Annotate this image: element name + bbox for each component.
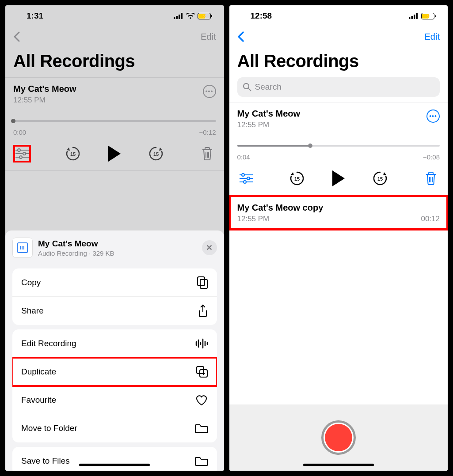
status-icons: ⚡ [409, 13, 434, 19]
search-input[interactable]: Search [237, 77, 440, 97]
svg-point-7 [23, 152, 26, 155]
phone-left: 1:31 ⚡ Edit All Recordings My Cat's Meow… [5, 5, 224, 471]
options-button[interactable] [13, 145, 31, 162]
play-button[interactable] [106, 145, 123, 162]
scrubber[interactable] [13, 117, 216, 125]
sheet-item-label: Edit Recording [21, 339, 76, 348]
cellular-icon [409, 13, 419, 19]
share-sheet: My Cat's Meow Audio Recording · 329 KB ✕… [5, 230, 224, 471]
record-button[interactable] [321, 420, 356, 455]
svg-rect-23 [409, 17, 411, 19]
svg-rect-1 [176, 16, 178, 19]
battery-icon: ⚡ [198, 13, 211, 19]
sheet-item-label: Favourite [21, 395, 56, 405]
sheet-item-label: Share [21, 306, 44, 316]
sheet-close-button[interactable]: ✕ [202, 240, 217, 255]
status-bar: 12:58 ⚡ [229, 5, 448, 26]
battery-icon: ⚡ [421, 13, 434, 19]
svg-point-34 [244, 181, 246, 183]
status-time: 1:31 [27, 11, 43, 21]
share-icon [198, 304, 208, 317]
recording-time: 12:55 PM [13, 96, 216, 105]
sheet-item-duplicate[interactable]: Duplicate [12, 358, 217, 386]
play-button[interactable] [330, 170, 347, 187]
skip-forward-15-button[interactable]: 15 [371, 170, 389, 187]
svg-point-5 [18, 149, 20, 151]
back-button[interactable] [13, 31, 20, 42]
more-button[interactable]: ••• [426, 110, 440, 123]
svg-rect-24 [411, 16, 413, 19]
sheet-item-label: Save to Files [21, 456, 70, 466]
recording-copy-duration: 00:12 [421, 215, 440, 223]
recording-title: My Cat's Meow [13, 84, 216, 94]
skip-back-15-button[interactable]: 15 [64, 145, 82, 162]
search-icon [243, 83, 251, 91]
svg-line-28 [248, 88, 251, 91]
cellular-icon [174, 13, 183, 19]
scrub-end: −0:12 [199, 128, 216, 136]
svg-rect-26 [416, 13, 418, 19]
edit-button[interactable]: Edit [201, 32, 216, 42]
sheet-item-save-to-files[interactable]: Save to Files [12, 447, 217, 471]
options-button[interactable] [237, 170, 255, 187]
trash-icon [201, 147, 213, 161]
record-area [229, 404, 448, 471]
recording-title: My Cat's Meow [237, 109, 440, 119]
heart-icon [195, 394, 208, 406]
copy-icon [197, 276, 208, 289]
playback-controls: 15 15 [5, 136, 224, 170]
sheet-title: My Cat's Meow [38, 239, 197, 249]
page-title: All Recordings [229, 47, 448, 77]
back-button[interactable] [237, 31, 244, 42]
delete-button[interactable] [198, 145, 216, 162]
phone-right: 12:58 ⚡ Edit All Recordings Search My Ca… [229, 5, 448, 471]
recording-time: 12:55 PM [237, 121, 440, 129]
sheet-header: My Cat's Meow Audio Recording · 329 KB ✕ [5, 236, 224, 264]
skip-back-15-button[interactable]: 15 [288, 170, 306, 187]
edit-button[interactable]: Edit [425, 32, 440, 42]
home-indicator[interactable] [79, 464, 150, 466]
nav-bar: Edit [5, 26, 224, 47]
sheet-item-copy[interactable]: Copy [12, 268, 217, 297]
svg-point-30 [242, 174, 244, 176]
sheet-group-2: Edit Recording Duplicate Favourite Move … [12, 329, 217, 442]
playback-controls: 15 15 [229, 161, 448, 195]
folder-icon [195, 456, 208, 466]
sheet-item-favourite[interactable]: Favourite [12, 386, 217, 414]
recording-copy-row[interactable]: My Cat's Meow copy 12:55 PM 00:12 [229, 196, 448, 230]
scrubber[interactable] [237, 142, 440, 150]
play-icon [108, 146, 121, 162]
page-title: All Recordings [5, 47, 224, 77]
trash-icon [425, 171, 437, 185]
sheet-item-label: Move to Folder [21, 423, 77, 433]
sheet-item-edit-recording[interactable]: Edit Recording [12, 329, 217, 358]
delete-button[interactable] [422, 170, 440, 187]
search-placeholder: Search [255, 82, 282, 92]
svg-rect-12 [198, 277, 205, 286]
svg-rect-2 [179, 15, 180, 19]
scrubber-labels: 0:00 −0:12 [13, 128, 216, 136]
folder-icon [195, 423, 208, 434]
svg-text:15: 15 [70, 151, 76, 157]
sheet-subtitle: Audio Recording · 329 KB [38, 249, 197, 257]
recording-row[interactable]: My Cat's Meow 12:55 PM ••• [5, 78, 224, 109]
sheet-group-3: Save to Files [12, 447, 217, 471]
sheet-item-move-to-folder[interactable]: Move to Folder [12, 414, 217, 442]
nav-bar: Edit [229, 26, 448, 47]
scrub-start: 0:04 [237, 153, 250, 161]
skip-forward-15-button[interactable]: 15 [147, 145, 165, 162]
scrubber-labels: 0:04 −0:08 [237, 153, 440, 161]
recording-row[interactable]: My Cat's Meow 12:55 PM ••• [229, 102, 448, 134]
home-indicator[interactable] [303, 464, 374, 466]
divider [237, 230, 448, 230]
sliders-icon [240, 173, 253, 184]
sheet-item-share[interactable]: Share [12, 297, 217, 325]
sheet-group-1: Copy Share [12, 268, 217, 325]
status-icons: ⚡ [174, 13, 211, 19]
more-button[interactable]: ••• [203, 85, 216, 98]
skip-forward-icon: 15 [148, 146, 164, 162]
svg-text:15: 15 [153, 151, 159, 157]
status-time: 12:58 [251, 11, 272, 21]
svg-point-32 [247, 177, 250, 180]
status-bar: 1:31 ⚡ [5, 5, 224, 26]
